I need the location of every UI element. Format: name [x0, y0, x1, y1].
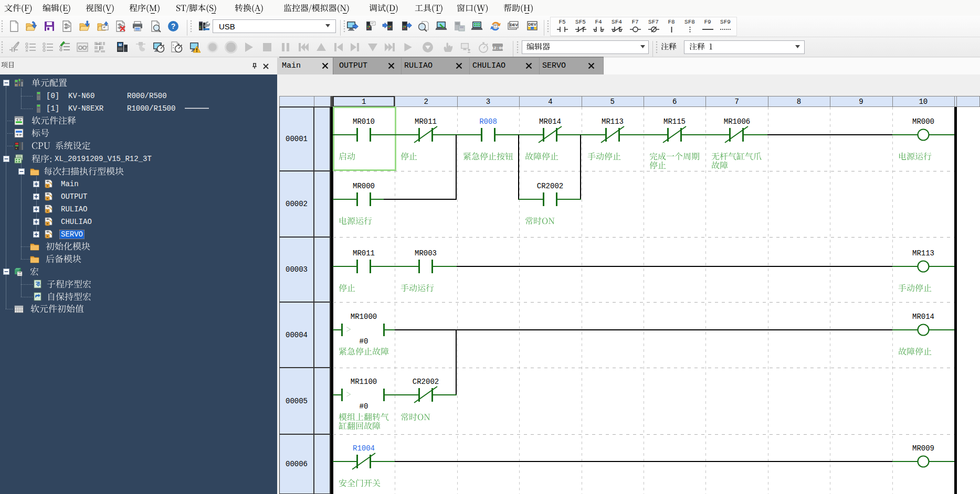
svg-text:?: ?: [171, 22, 176, 30]
svg-text:DEV: DEV: [528, 22, 536, 27]
svg-text:12:00: 12:00: [491, 46, 504, 50]
svg-text:M: M: [119, 43, 122, 47]
svg-text:DEV: DEV: [510, 23, 518, 27]
